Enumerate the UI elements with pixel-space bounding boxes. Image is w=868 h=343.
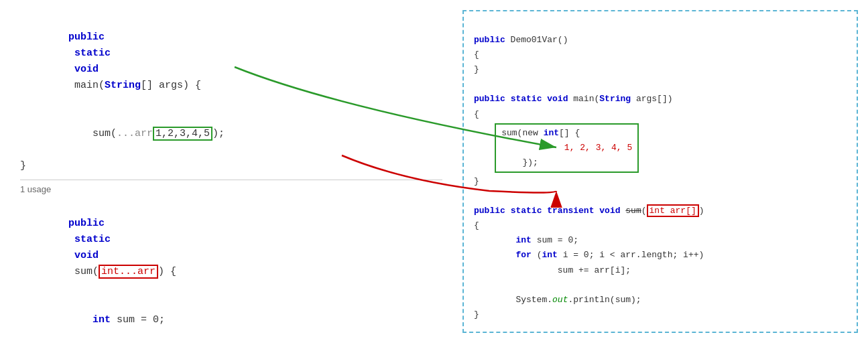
- code-line-4: public static void sum(int...arr) {: [20, 200, 442, 296]
- r-line9: [474, 191, 479, 201]
- indent2: [68, 314, 92, 326]
- fn-sum: sum(: [68, 266, 99, 277]
- args-bracket: [] args) {: [141, 80, 201, 91]
- kw-void2: void: [68, 250, 99, 261]
- kw-static: static: [68, 48, 111, 59]
- r-line15: [474, 280, 479, 290]
- sum-var: sum = 0;: [111, 314, 165, 326]
- code-line-3: }: [20, 158, 442, 174]
- r-line5: public static void main(String args[]): [474, 94, 673, 104]
- ellipsis-arr: ...arr: [117, 128, 153, 139]
- main-container: public static void main(String[] args) {…: [0, 0, 868, 343]
- kw-int: int: [92, 314, 111, 326]
- param-text: int...arr: [101, 266, 156, 277]
- r-line11: {: [474, 220, 479, 230]
- r-line16: System.out.println(sum);: [474, 295, 641, 305]
- right-panel: public Demo01Var() { } public static voi…: [462, 10, 858, 333]
- kw-void: void: [68, 64, 99, 75]
- r-line2: {: [474, 50, 479, 60]
- r-line10: public static transient void sum(int arr…: [474, 204, 704, 217]
- boxed-numbers: 1,2,3,4,5: [153, 127, 212, 141]
- kw-static2: static: [68, 234, 111, 245]
- method-open: ) {: [158, 266, 176, 277]
- sum-box-red: int arr[]: [647, 204, 699, 217]
- r-line17: }: [474, 310, 479, 320]
- r-line1: public Demo01Var(): [474, 35, 568, 45]
- r-line6: {: [474, 109, 479, 119]
- fn-main: main(: [68, 80, 105, 91]
- sum-close: );: [212, 128, 225, 139]
- code-line-2: sum(...arr1,2,3,4,5);: [20, 110, 442, 158]
- code-line-1: public static void main(String[] args) {: [20, 13, 442, 110]
- right-dashed-border: public Demo01Var() { } public static voi…: [462, 10, 858, 333]
- code-block-left: public static void main(String[] args) {…: [20, 13, 442, 343]
- code-line-5: int sum = 0;: [20, 296, 442, 343]
- right-code: public Demo01Var() { } public static voi…: [474, 18, 847, 337]
- r-line3: }: [474, 64, 479, 74]
- r-line-gap: [474, 79, 479, 89]
- kw-public: public: [68, 31, 105, 43]
- usage-divider: [20, 180, 442, 180]
- kw-public2: public: [68, 218, 105, 229]
- r-line8: }: [474, 176, 479, 186]
- str-type: String: [105, 80, 141, 91]
- boxed-param: int...arr: [99, 265, 158, 279]
- r-line14: sum += arr[i];: [474, 265, 631, 275]
- indent-sum: sum(: [68, 128, 117, 139]
- r-sum-box: sum(new int[] { 1, 2, 3, 4, 5 });: [474, 157, 639, 167]
- usage-text: 1 usage: [20, 183, 442, 197]
- sum-box-green: sum(new int[] { 1, 2, 3, 4, 5 });: [495, 123, 639, 173]
- r-line12: int sum = 0;: [474, 235, 578, 245]
- left-panel: public static void main(String[] args) {…: [0, 0, 456, 343]
- r-line13: for (int i = 0; i < arr.length; i++): [474, 250, 704, 260]
